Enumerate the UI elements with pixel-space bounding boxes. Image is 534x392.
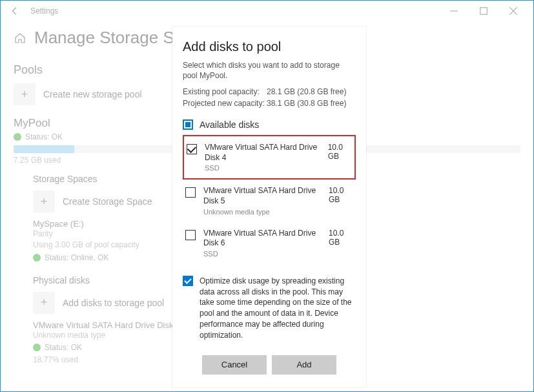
minimize-icon [449, 6, 458, 15]
disk-size: 10.0 GB [328, 143, 352, 161]
window-titlebar: Settings [1, 1, 533, 21]
disk-checkbox[interactable] [185, 187, 196, 198]
select-all-checkbox[interactable] [183, 119, 193, 130]
status-ok-icon [14, 133, 21, 141]
svg-rect-1 [480, 8, 488, 15]
add-disks-label: Add disks to storage pool [63, 298, 164, 308]
maximize-button[interactable] [469, 1, 498, 21]
home-icon[interactable] [14, 32, 26, 45]
dialog-button-row: Cancel Add [183, 355, 356, 375]
close-icon [509, 6, 518, 15]
disk-list: VMware Virtual SATA Hard Drive Disk 4SSD… [183, 135, 356, 264]
disk-info: VMware Virtual SATA Hard Drive Disk 5Unk… [203, 186, 321, 215]
checkbox-indeterminate-icon [185, 122, 190, 127]
plus-icon: + [33, 292, 55, 314]
cancel-button[interactable]: Cancel [202, 355, 267, 375]
physical-status-text: Status: OK [45, 343, 82, 352]
maximize-icon [479, 6, 488, 15]
plus-icon: + [33, 191, 55, 212]
add-disks-dialog: Add disks to pool Select which disks you… [172, 26, 366, 387]
back-button[interactable] [6, 2, 24, 20]
pool-usage-fill [14, 145, 74, 153]
existing-capacity-value: 28.1 GB (20.8 GB free) [267, 87, 346, 96]
disk-size: 10.0 GB [329, 229, 353, 247]
disk-type: SSD [205, 164, 320, 172]
disk-item[interactable]: VMware Virtual SATA Hard Drive Disk 4SSD… [183, 135, 356, 180]
status-ok-icon [33, 344, 41, 351]
disk-type: Unknown media type [203, 208, 321, 216]
disk-checkbox[interactable] [187, 144, 197, 154]
window-title: Settings [30, 6, 58, 15]
dialog-title: Add disks to pool [183, 39, 356, 54]
disk-checkbox[interactable] [185, 230, 196, 240]
disk-size: 10.0 GB [329, 186, 353, 204]
optimize-text: Optimize disk usage by spreading existin… [200, 276, 356, 341]
disk-info: VMware Virtual SATA Hard Drive Disk 4SSD [205, 143, 320, 172]
plus-icon: + [14, 83, 36, 105]
space-status-text: Status: Online, OK [45, 253, 108, 262]
existing-capacity-label: Existing pool capacity: [183, 87, 267, 96]
status-ok-icon [33, 254, 41, 262]
projected-capacity-row: Projected new capacity: 38.1 GB (30.8 GB… [183, 99, 356, 108]
available-disks-label: Available disks [200, 119, 259, 130]
dialog-description: Select which disks you want to add to st… [183, 61, 356, 81]
create-pool-label: Create new storage pool [43, 89, 142, 99]
add-button[interactable]: Add [272, 355, 336, 375]
disk-item[interactable]: VMware Virtual SATA Hard Drive Disk 6SSD… [183, 222, 356, 264]
available-disks-header[interactable]: Available disks [183, 119, 356, 130]
optimize-row[interactable]: Optimize disk usage by spreading existin… [183, 276, 356, 341]
create-space-label: Create Storage Space [63, 196, 152, 207]
minimize-button[interactable] [439, 1, 469, 21]
pool-status-text: Status: OK [25, 132, 63, 141]
disk-item[interactable]: VMware Virtual SATA Hard Drive Disk 5Unk… [183, 180, 356, 222]
projected-capacity-label: Projected new capacity: [183, 99, 267, 108]
disk-name: VMware Virtual SATA Hard Drive Disk 5 [203, 186, 321, 206]
optimize-checkbox[interactable] [183, 276, 193, 286]
arrow-left-icon [10, 6, 19, 15]
existing-capacity-row: Existing pool capacity: 28.1 GB (20.8 GB… [183, 87, 356, 96]
disk-type: SSD [203, 250, 321, 258]
close-button[interactable] [498, 1, 528, 21]
disk-info: VMware Virtual SATA Hard Drive Disk 6SSD [203, 229, 321, 258]
disk-name: VMware Virtual SATA Hard Drive Disk 4 [205, 143, 320, 163]
projected-capacity-value: 38.1 GB (30.8 GB free) [267, 99, 346, 108]
disk-name: VMware Virtual SATA Hard Drive Disk 6 [203, 229, 321, 249]
